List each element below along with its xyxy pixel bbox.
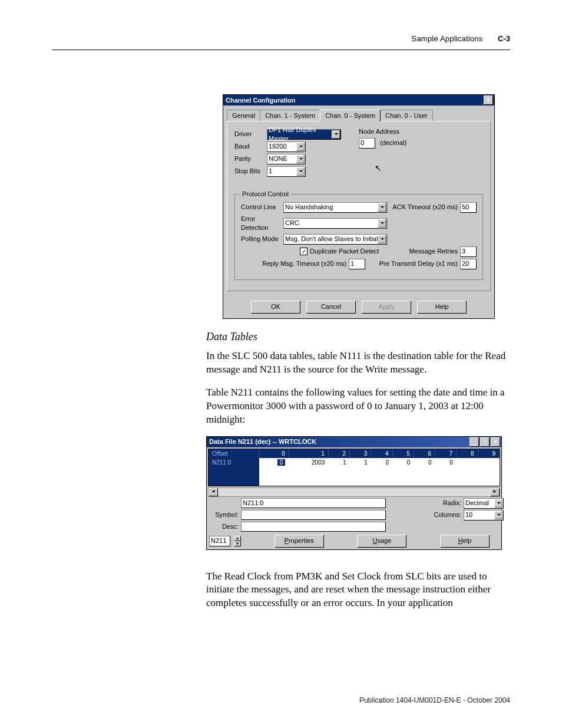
usage-button[interactable]: Usage (357, 535, 406, 548)
header-section: Sample Applications (412, 34, 483, 43)
minimize-icon[interactable]: _ (470, 437, 479, 447)
file-nav-input[interactable]: N211 (209, 536, 230, 546)
data-table: Offset 0 1 2 3 4 5 6 7 8 9 N211:0 (208, 449, 500, 486)
cell[interactable] (478, 458, 499, 467)
cell[interactable]: 1 (328, 458, 349, 467)
footer-text: Publication 1404-UM001D-EN-E - October 2… (359, 696, 510, 704)
tab-chan0-system[interactable]: Chan. 0 - System (320, 110, 381, 121)
desc-input[interactable] (241, 522, 386, 532)
address-input[interactable]: N211:0 (241, 498, 386, 508)
channel-config-dialog: Channel Configuration × General Chan. 1 … (223, 94, 495, 319)
ack-timeout-input[interactable]: 50 (460, 202, 477, 213)
reply-timeout-label: Reply Msg. Timeout (x20 ms) (262, 259, 346, 268)
cell[interactable] (457, 458, 478, 467)
radix-label: Radix: (414, 499, 461, 508)
columns-label: Columns: (414, 510, 461, 519)
driver-select[interactable]: DF1 Half Duplex Master (267, 129, 341, 140)
desc-label: Desc: (209, 522, 239, 531)
radix-select[interactable]: Decimal (464, 498, 504, 509)
pretransmit-delay-input[interactable]: 20 (460, 259, 477, 269)
parity-label: Parity (234, 154, 267, 163)
data-file-title: Data File N211 (dec) -- WRTCLOCK (209, 437, 316, 446)
parity-select[interactable]: NONE (267, 154, 306, 164)
message-retries-label: Message Retries (409, 247, 458, 256)
help-button[interactable]: Help (440, 535, 490, 548)
scroll-right-icon[interactable]: ► (490, 488, 500, 496)
stopbits-label: Stop Bits (234, 167, 267, 176)
col-header: 7 (435, 449, 457, 459)
col-header: 5 (392, 449, 414, 459)
duplicate-packet-label: Duplicate Packet Detect (310, 247, 379, 256)
stopbits-select[interactable]: 1 (267, 166, 306, 177)
data-file-window: Data File N211 (dec) -- WRTCLOCK _ □ × O… (206, 436, 502, 550)
driver-label: Driver (234, 130, 267, 139)
cell[interactable]: 0 (435, 458, 457, 467)
header-page: C-3 (498, 34, 510, 43)
paragraph-2: Table N211 contains the following values… (206, 386, 508, 427)
polling-mode-label: Polling Mode (241, 235, 283, 243)
paragraph-3: The Read Clock from PM3K and Set Clock f… (206, 570, 508, 611)
header-rule (52, 50, 510, 50)
control-line-label: Control Line (241, 203, 283, 212)
columns-select[interactable]: 10 (464, 510, 504, 521)
help-button[interactable]: Help (417, 301, 467, 314)
tab-chan1-system[interactable]: Chan. 1 - System (260, 110, 320, 121)
cell[interactable]: 2003 (289, 458, 328, 467)
pretransmit-delay-label: Pre Transmit Delay (x1 ms) (379, 259, 458, 268)
col-header: 9 (478, 449, 499, 459)
data-tables-heading: Data Tables (206, 330, 508, 344)
horizontal-scrollbar[interactable]: ◄ ► (208, 487, 500, 497)
col-header: 0 (259, 449, 289, 459)
cell[interactable]: 0 (371, 458, 392, 467)
cell[interactable]: 0 (392, 458, 414, 467)
cell[interactable]: 1 (350, 458, 371, 467)
error-detection-select[interactable]: CRC (283, 218, 387, 229)
cell[interactable]: 0 (259, 458, 289, 467)
symbol-input[interactable] (241, 510, 386, 520)
col-header: 8 (457, 449, 478, 459)
message-retries-input[interactable]: 3 (460, 246, 477, 257)
close-icon[interactable]: × (484, 95, 493, 105)
tab-general[interactable]: General (227, 110, 260, 121)
polling-mode-select[interactable]: Msg, Don't allow Slaves to Initiat (283, 234, 387, 245)
close-icon[interactable]: × (491, 437, 500, 447)
col-header: 2 (328, 449, 349, 459)
col-header: 3 (350, 449, 371, 459)
baud-label: Baud (234, 142, 267, 151)
ack-timeout-label: ACK Timeout (x20 ms) (392, 203, 458, 212)
paragraph-1: In the SLC 500 data tables, table N111 i… (206, 350, 508, 377)
node-address-unit: (decimal) (380, 139, 406, 147)
offset-header: Offset (209, 449, 259, 459)
protocol-control-group: Protocol Control Control Line No Handsha… (234, 194, 483, 280)
reply-timeout-input[interactable]: 1 (349, 259, 365, 269)
col-header: 4 (371, 449, 392, 459)
file-nav-stepper[interactable]: ▲▼ (234, 536, 241, 546)
symbol-label: Symbol: (209, 510, 239, 519)
col-header: 6 (414, 449, 435, 459)
duplicate-packet-checkbox[interactable] (300, 248, 308, 255)
properties-button[interactable]: Properties (275, 535, 324, 548)
col-header: 1 (289, 449, 328, 459)
apply-button[interactable]: Apply (362, 301, 411, 314)
baud-select[interactable]: 19200 (267, 141, 306, 152)
maximize-icon[interactable]: □ (480, 437, 490, 447)
dialog-title: Channel Configuration (226, 96, 296, 105)
node-address-input[interactable]: 0 (359, 138, 375, 149)
error-detection-label: Error Detection (241, 215, 283, 232)
cancel-button[interactable]: Cancel (306, 301, 356, 314)
scroll-left-icon[interactable]: ◄ (209, 488, 218, 496)
row-label: N211:0 (209, 458, 259, 467)
node-address-label: Node Address (359, 127, 406, 136)
ok-button[interactable]: OK (251, 301, 300, 314)
protocol-control-title: Protocol Control (240, 190, 291, 199)
control-line-select[interactable]: No Handshaking (283, 202, 387, 213)
tab-chan0-user[interactable]: Chan. 0 - User (380, 110, 433, 121)
cursor-icon: ↖ (375, 163, 382, 174)
cell[interactable]: 0 (414, 458, 435, 467)
